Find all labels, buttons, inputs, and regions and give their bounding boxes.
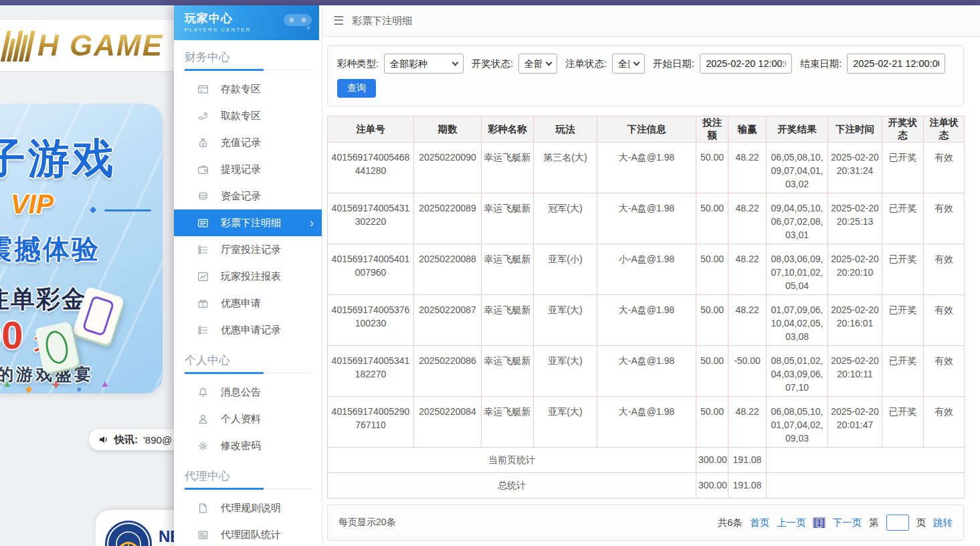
summary-row: 当前页统计300.00191.08 bbox=[328, 448, 965, 473]
sidebar-item-label: 修改密码 bbox=[221, 440, 261, 452]
cell: 06,08,05,10,01,07,04,02,09,03 bbox=[767, 397, 828, 448]
sidebar-item[interactable]: 厅室投注记录 bbox=[174, 236, 322, 263]
summary-bet-total: 300.00 bbox=[696, 448, 728, 473]
cell: 50.00 bbox=[696, 397, 728, 448]
cell: 50.00 bbox=[696, 143, 728, 193]
first-page-link[interactable]: 首页 bbox=[750, 517, 769, 529]
cell: 已开奖 bbox=[882, 244, 924, 295]
sidebar-item[interactable]: 优惠申请 bbox=[174, 290, 322, 316]
cell: 大-A盘@1.98 bbox=[597, 346, 696, 397]
sidebar-item[interactable]: 提现记录 bbox=[174, 156, 322, 183]
sidebar-item[interactable]: 修改密码 bbox=[174, 432, 322, 459]
cell: 50.00 bbox=[696, 346, 728, 397]
sidebar-item[interactable]: 优惠申请记录 bbox=[174, 316, 322, 343]
cell: 20250220086 bbox=[414, 346, 482, 397]
column-header: 输赢 bbox=[728, 116, 767, 143]
cell: 已开奖 bbox=[882, 193, 924, 244]
agent-rules-doc-icon bbox=[197, 503, 209, 514]
lottery-type-select[interactable]: 全部彩种 bbox=[384, 54, 464, 74]
site-logo[interactable]: H GAME bbox=[4, 29, 163, 62]
sidebar-item[interactable]: 取款专区 bbox=[174, 102, 322, 129]
summary-winloss-total: 191.08 bbox=[728, 473, 767, 498]
cell: 50.00 bbox=[696, 244, 728, 295]
funds-record-icon bbox=[197, 191, 209, 202]
table-row: 40156917400537610023020250220087幸运飞艇新亚军(… bbox=[328, 295, 965, 346]
hamburger-menu-icon[interactable]: ☰ bbox=[333, 13, 344, 28]
team-logo-icon bbox=[105, 521, 152, 546]
prev-page-link[interactable]: 上一页 bbox=[777, 517, 806, 529]
search-button[interactable]: 查询 bbox=[337, 79, 376, 98]
start-date-input[interactable] bbox=[700, 54, 792, 74]
sidebar-section-title: 财务中心 bbox=[185, 50, 311, 70]
cell: 幸运飞艇新 bbox=[482, 193, 534, 244]
cell: 亚军(大) bbox=[534, 397, 597, 448]
jump-page-input[interactable] bbox=[886, 515, 909, 531]
column-header: 下注信息 bbox=[597, 116, 696, 143]
cell: 亚军(小) bbox=[534, 244, 597, 295]
lottery-bets-icon bbox=[197, 217, 209, 229]
sidebar-item[interactable]: 存款专区 bbox=[174, 76, 322, 102]
withdraw-record-icon bbox=[197, 164, 209, 175]
lottery-type-label: 彩种类型: bbox=[337, 58, 379, 70]
cell: 小-A盘@1.98 bbox=[597, 244, 696, 295]
sidebar-item[interactable]: 消息公告 bbox=[174, 379, 322, 405]
sidebar-item[interactable]: 代理规则说明 bbox=[174, 494, 322, 521]
sidebar-item-label: 玩家投注报表 bbox=[221, 270, 281, 283]
cell: 亚军(大) bbox=[534, 295, 597, 346]
cell: 幸运飞艇新 bbox=[482, 397, 534, 448]
players-center-panel: 玩家中心 PLAYERS CENTER 财务中心存款专区取款专区充值记录提现记录… bbox=[174, 5, 980, 546]
end-date-input[interactable] bbox=[847, 54, 945, 74]
cell: 幸运飞艇新 bbox=[482, 346, 534, 397]
draw-status-select[interactable]: 全部 bbox=[518, 54, 557, 74]
sidebar-item[interactable]: 玩家投注报表 bbox=[174, 263, 322, 290]
main-topbar: ☰ 彩票下注明细 bbox=[322, 5, 980, 37]
gamepad-icon bbox=[283, 11, 312, 33]
sidebar-item[interactable]: 充值记录 bbox=[174, 129, 322, 156]
table-row: 40156917400529076711020250220084幸运飞艇新亚军(… bbox=[328, 397, 965, 448]
sidebar-item-label: 充值记录 bbox=[221, 136, 261, 149]
news-ticker-text: '890@ bbox=[143, 434, 172, 446]
cell: 2025-02-20 20:25:13 bbox=[828, 193, 882, 244]
sidebar-item[interactable]: 彩票下注明细› bbox=[174, 209, 322, 236]
cell: 有效 bbox=[924, 397, 965, 448]
withdraw-hand-icon bbox=[197, 110, 209, 122]
cell: 冠军(大) bbox=[534, 193, 597, 244]
jump-suffix: 页 bbox=[916, 517, 926, 529]
cell: 401569174005431302220 bbox=[328, 193, 414, 244]
sidebar-item[interactable]: 代理团队统计 bbox=[174, 521, 322, 546]
sidebar-item[interactable]: 资金记录 bbox=[174, 183, 322, 209]
summary-label: 总统计 bbox=[328, 473, 696, 498]
bet-status-select[interactable]: 全部 bbox=[612, 54, 645, 74]
next-page-link[interactable]: 下一页 bbox=[833, 517, 862, 529]
recharge-record-icon bbox=[197, 137, 209, 149]
jump-button[interactable]: 跳转 bbox=[933, 517, 953, 529]
cell: 第三名(大) bbox=[534, 143, 597, 193]
cell: 已开奖 bbox=[882, 295, 924, 346]
total-count-text: 共6条 bbox=[718, 517, 743, 529]
promo-banner[interactable]: 子游戏 VIP ◆ 震撼体验 注单彩金 00 元 样的游戏盛宴 ✚ ● ▲ ◆ … bbox=[0, 104, 163, 393]
cell: 20250220084 bbox=[414, 397, 482, 448]
table-header: 注单号期数彩种名称玩法下注信息投注额输赢开奖结果下注时间开奖状态注单状态 bbox=[328, 116, 965, 143]
cell: 401569174005290767110 bbox=[328, 397, 414, 448]
cell: 50.00 bbox=[696, 193, 728, 244]
table-row: 40156917400540100796020250220088幸运飞艇新亚军(… bbox=[328, 244, 965, 295]
cell: 401569174005468441280 bbox=[328, 143, 414, 193]
announcement-bell-icon bbox=[197, 387, 209, 398]
column-header: 注单号 bbox=[328, 116, 414, 143]
cell: 401569174005341182270 bbox=[328, 346, 414, 397]
start-date-label: 开始日期: bbox=[653, 58, 694, 70]
column-header: 开奖结果 bbox=[767, 116, 828, 143]
column-header: 期数 bbox=[414, 116, 482, 143]
cell: 已开奖 bbox=[882, 397, 924, 448]
cell: 大-A盘@1.98 bbox=[597, 397, 696, 448]
summary-winloss-total: 191.08 bbox=[728, 448, 767, 473]
cell: 48.22 bbox=[728, 295, 767, 346]
diamond-icon: ◆ bbox=[90, 204, 96, 214]
cell: 亚军(大) bbox=[534, 346, 597, 397]
sidebar-item-label: 消息公告 bbox=[221, 386, 261, 399]
sidebar-item-label: 资金记录 bbox=[221, 190, 261, 203]
sidebar-item[interactable]: 个人资料 bbox=[174, 405, 322, 432]
draw-status-select-wrap: 全部 bbox=[518, 54, 557, 74]
cell: 幸运飞艇新 bbox=[482, 244, 534, 295]
banner-vip-text: VIP bbox=[11, 189, 54, 219]
